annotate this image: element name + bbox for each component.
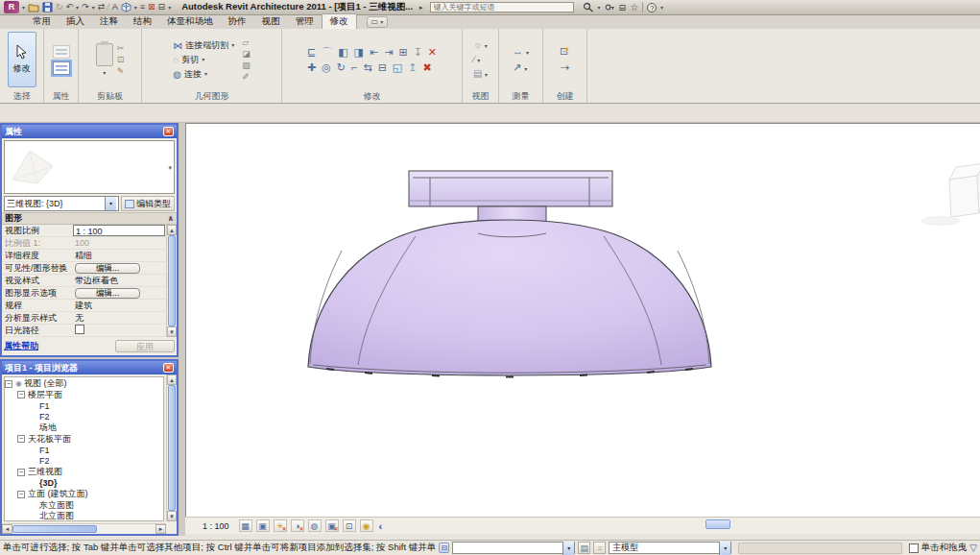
scroll-thumb[interactable] xyxy=(168,385,176,511)
show-crop-region-icon[interactable]: ⊡ xyxy=(343,519,356,532)
array-icon[interactable]: ⊞ xyxy=(398,46,407,58)
sun-path-checkbox[interactable] xyxy=(75,325,84,334)
scroll-thumb[interactable] xyxy=(168,235,176,326)
favorites-star-icon[interactable]: ☆ xyxy=(630,2,638,12)
move-icon[interactable]: ✚ xyxy=(307,61,316,73)
analysis-style-value[interactable]: 无 xyxy=(73,312,165,324)
offset-icon[interactable]: ⌒ xyxy=(322,46,332,58)
swap-icon[interactable]: ⇆ xyxy=(363,61,371,73)
drawing-area[interactable] xyxy=(185,123,980,517)
press-drag-checkbox[interactable] xyxy=(909,543,919,553)
viewbar-collapse-icon[interactable]: ‹ xyxy=(379,520,383,532)
view-scale-button[interactable]: 1 : 100 xyxy=(203,521,229,531)
browser-titlebar[interactable]: 项目1 - 项目浏览器 ✕ xyxy=(2,361,177,374)
modify-select-button[interactable]: 修改 xyxy=(8,32,36,87)
rendering-dialog-icon[interactable]: ◍ xyxy=(308,519,322,532)
demolish-icon[interactable]: ▨ xyxy=(242,60,251,70)
measure-between-icon[interactable]: ↗ ▾ xyxy=(513,61,529,74)
window-list-icon[interactable]: ⊟ xyxy=(158,1,166,13)
detail-level-value[interactable]: 精细 xyxy=(73,250,165,261)
browser-hscrollbar[interactable]: ◄ ► xyxy=(2,523,166,534)
panel-properties-label[interactable]: 属性 xyxy=(44,90,78,103)
app-menu-caret-icon[interactable]: ▾ xyxy=(22,4,25,11)
tab-manage[interactable]: 管理 xyxy=(288,14,322,29)
tree-item-north-elevation[interactable]: 北立面图 xyxy=(5,511,163,521)
scroll-right-icon[interactable]: ► xyxy=(155,524,166,534)
search-caret-icon[interactable]: ▾ xyxy=(598,4,601,11)
corner-trim-icon[interactable]: ⌐ xyxy=(351,61,357,73)
rotate-icon[interactable]: ↻ xyxy=(337,61,346,73)
detail-level-icon[interactable]: ▦ xyxy=(239,519,252,532)
render-icon[interactable]: ☼ ▾ xyxy=(473,39,488,52)
view-caret-icon[interactable]: ▾ xyxy=(134,4,137,11)
viewcube[interactable] xyxy=(921,163,980,225)
type-properties-icon[interactable] xyxy=(53,45,70,59)
panel-geometry-label[interactable]: 几何图形 xyxy=(142,90,281,103)
tree-item-f2[interactable]: F2 xyxy=(5,412,163,423)
app-menu-button[interactable]: R xyxy=(4,1,19,13)
paste-caret-icon[interactable]: ▾ xyxy=(103,69,106,76)
panel-view-label[interactable]: 视图 xyxy=(463,90,498,103)
create-similar-icon[interactable]: ⇢ xyxy=(561,61,569,74)
worksets-combo[interactable]: ▾ xyxy=(452,542,575,554)
split-face-icon[interactable]: ◪ xyxy=(242,49,251,59)
scroll-left-icon[interactable]: ◄ xyxy=(2,524,12,534)
discipline-value[interactable]: 建筑 xyxy=(73,300,165,311)
preview-caret-icon[interactable]: ▾ xyxy=(168,164,172,172)
properties-titlebar[interactable]: 属性 ✕ xyxy=(2,125,177,138)
filter-icon[interactable]: ▽ xyxy=(969,543,977,553)
type-selector[interactable]: 三维视图: {3D} ▾ xyxy=(4,196,119,211)
tree-item-ceilingplans[interactable]: − 天花板平面 xyxy=(5,434,163,446)
panel-select-label[interactable]: 选择 xyxy=(0,90,43,103)
align-icon[interactable]: ⊑ xyxy=(307,46,316,58)
infocenter-search-input[interactable] xyxy=(430,2,574,12)
visual-style-icon[interactable]: ▣ xyxy=(256,519,270,532)
tab-annotate[interactable]: 注释 xyxy=(92,14,126,29)
scroll-up-icon[interactable]: ▲ xyxy=(167,225,177,235)
crop-view-icon[interactable]: ▣✕ xyxy=(325,519,339,532)
trim-single-icon[interactable]: ⇥ xyxy=(384,46,393,58)
lamp-dome[interactable] xyxy=(308,220,711,377)
undo-icon[interactable]: ↶ xyxy=(66,1,74,13)
panel-measure-label[interactable]: 测量 xyxy=(499,90,542,103)
shadows-icon[interactable]: ◑✕ xyxy=(291,519,304,532)
delete-alt-icon[interactable]: ✖ xyxy=(422,61,431,73)
tree-item-floorplans[interactable]: − 楼层平面 xyxy=(5,390,163,401)
lamp-model[interactable] xyxy=(186,124,980,518)
mirror-draw-icon[interactable]: ◨ xyxy=(354,46,364,58)
expander-icon[interactable]: − xyxy=(17,435,25,443)
type-selector-caret-icon[interactable]: ▾ xyxy=(105,197,116,210)
view-scale-input[interactable]: 1 : 100 xyxy=(73,225,165,236)
close-hidden-windows-icon[interactable]: ⊠ xyxy=(148,1,155,13)
design-options-caret-icon[interactable]: ▾ xyxy=(719,542,730,555)
tree-item-elevations[interactable]: − 立面 (建筑立面) xyxy=(5,489,163,500)
panel-create-label[interactable]: 创建 xyxy=(543,90,586,103)
edit-type-button[interactable]: 编辑类型 xyxy=(121,196,175,211)
qat-customize-caret-icon[interactable]: ▾ xyxy=(168,4,171,11)
redo-icon[interactable]: ↷ xyxy=(82,1,89,13)
unpin-icon[interactable]: ↥ xyxy=(408,61,417,73)
paint-icon[interactable]: ✐ xyxy=(242,72,251,82)
subscription-key-icon[interactable] xyxy=(605,2,615,12)
visibility-edit-button[interactable]: 编辑... xyxy=(75,263,140,274)
worksharing-icon[interactable]: ⊟ xyxy=(439,543,449,553)
tree-item-east-elevation[interactable]: 东立面图 xyxy=(5,500,163,512)
panel-modify-label[interactable]: 修改 xyxy=(282,90,462,103)
copy-element-icon[interactable]: ◎ xyxy=(322,61,331,73)
search-icon[interactable] xyxy=(583,2,594,12)
create-group-icon[interactable]: ⊡✶ xyxy=(560,45,570,58)
tree-item-f1[interactable]: F1 xyxy=(5,400,163,412)
tree-item-3dviews[interactable]: − 三维视图 xyxy=(5,467,163,478)
expander-icon[interactable]: − xyxy=(17,469,25,476)
properties-help-link[interactable]: 属性帮助 xyxy=(4,340,115,352)
browser-vscrollbar[interactable]: ▲ ▼ xyxy=(166,374,177,521)
tab-collaborate[interactable]: 协作 xyxy=(221,14,254,29)
lamp-top-disc[interactable] xyxy=(409,171,612,206)
section-collapse-icon[interactable]: ∧ xyxy=(168,214,175,223)
trim-extend-icon[interactable]: ⇤ xyxy=(370,46,378,58)
tab-modify[interactable]: 修改 xyxy=(322,13,357,29)
cut-icon[interactable]: ✂ xyxy=(117,43,125,53)
copy-icon[interactable]: ⊡ xyxy=(117,55,125,64)
undo-caret-icon[interactable]: ▾ xyxy=(76,4,79,11)
visual-style-value[interactable]: 带边框着色 xyxy=(73,275,165,286)
